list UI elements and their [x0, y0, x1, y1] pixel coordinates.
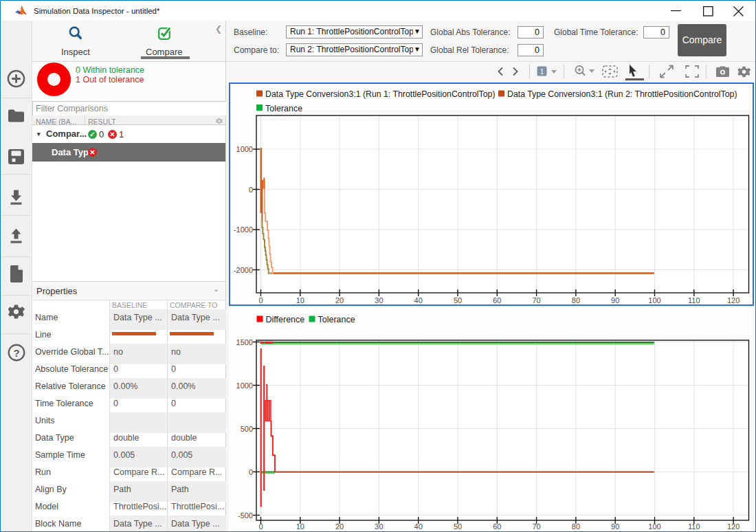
svg-text:1000: 1000 — [236, 381, 253, 390]
svg-text:60: 60 — [493, 296, 501, 304]
svg-text:50: 50 — [454, 522, 462, 531]
svg-text:1: 1 — [540, 68, 544, 76]
svg-text:0: 0 — [258, 296, 263, 304]
svg-text:Difference: Difference — [266, 315, 305, 324]
svg-text:100: 100 — [648, 296, 660, 304]
svg-text:70: 70 — [532, 296, 540, 304]
svg-text:110: 110 — [688, 296, 700, 304]
svg-text:0: 0 — [258, 522, 263, 531]
svg-text:0: 0 — [249, 468, 253, 476]
svg-text:50: 50 — [454, 296, 462, 304]
svg-text:90: 90 — [611, 522, 619, 531]
svg-text:1500: 1500 — [236, 338, 253, 346]
svg-text:20: 20 — [335, 522, 344, 531]
svg-text:60: 60 — [493, 522, 501, 531]
svg-text:70: 70 — [532, 522, 540, 531]
svg-text:10: 10 — [296, 296, 304, 304]
svg-text:80: 80 — [572, 296, 580, 304]
svg-text:10: 10 — [296, 522, 304, 531]
svg-text:30: 30 — [375, 296, 383, 304]
svg-text:100: 100 — [648, 522, 660, 531]
svg-text:-1000: -1000 — [234, 225, 253, 234]
svg-text:90: 90 — [611, 296, 619, 304]
svg-text:0: 0 — [249, 186, 253, 194]
svg-text:-500: -500 — [238, 511, 253, 520]
svg-text:Data Type Conversion3:1 (Run 1: Data Type Conversion3:1 (Run 1: Throttle… — [265, 89, 495, 99]
svg-text:Tolerance: Tolerance — [265, 104, 302, 113]
svg-text:500: 500 — [241, 425, 253, 433]
svg-text:110: 110 — [688, 522, 700, 531]
svg-text:-2000: -2000 — [234, 266, 253, 274]
svg-text:Tolerance: Tolerance — [318, 315, 355, 324]
svg-text:1000: 1000 — [236, 145, 253, 153]
svg-text:40: 40 — [414, 296, 423, 304]
svg-text:?: ? — [13, 347, 19, 359]
svg-text:40: 40 — [414, 522, 423, 531]
svg-text:Data Type Conversion3:1 (Run 2: Data Type Conversion3:1 (Run 2: Throttle… — [507, 89, 737, 99]
svg-text:80: 80 — [572, 522, 580, 531]
svg-text:30: 30 — [375, 522, 383, 531]
svg-text:120: 120 — [727, 522, 740, 531]
svg-text:20: 20 — [335, 296, 344, 304]
svg-text:120: 120 — [727, 296, 740, 304]
